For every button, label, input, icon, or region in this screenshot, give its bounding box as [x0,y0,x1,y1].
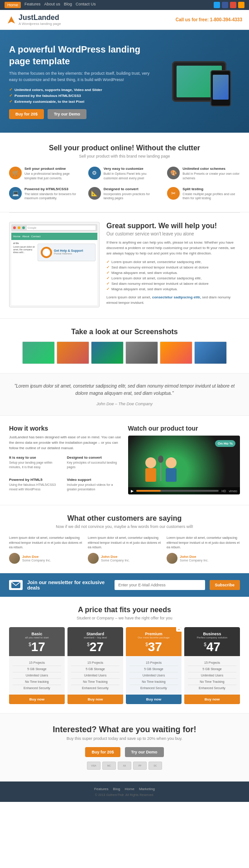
how-right: Watch our product tour On Ho % ▶ [128,425,240,496]
video-player[interactable]: On Ho % ▶ HD vimeo [128,436,240,494]
site-header: JustLanded A Wordpress landing page Call… [0,10,249,30]
phone-number: 1-800-394-4333 [210,17,242,22]
feature-basic-2: 5 GB Storage [13,666,61,672]
buy-premium-button[interactable]: Buy now [126,695,182,704]
sell-section: Sell your product online! Without the cl… [0,133,249,212]
social-icons [214,2,244,8]
browser-content: HomeAboutContact ct Us Lorem ipsum dolor… [11,233,97,305]
lifebuoy-icon [41,247,52,258]
reviewer-info-1: John Doe Some Company Inc. [22,555,51,562]
screenshot-4[interactable] [125,341,158,364]
nav-about[interactable]: About us [44,2,61,8]
screenshot-3[interactable] [91,341,124,364]
nav-features[interactable]: Features [24,2,41,8]
footer-link-blog[interactable]: Blog [113,787,120,791]
hero-title: A powerful WordPress landing page templa… [9,43,158,67]
avatar-img-3 [167,553,177,564]
hero-feature-3: Extremely customizable, to the last Pixe… [9,99,158,104]
cta-buy-button[interactable]: Buy for 20$ [85,747,120,757]
logo-subtitle: A Wordpress landing page [19,22,61,26]
buy-standard-button[interactable]: Buy now [67,695,123,704]
twitter-icon[interactable] [214,2,220,8]
testimonial-company: The Doe Company [119,402,153,406]
testimonial-card-3: Lorem ipsum dolor sit amet, consetetur s… [167,536,240,564]
plan-sub-basic: all you need to start [12,636,62,639]
nav-links: Home Features About us Blog Contact Us [5,2,96,8]
check-item-6: Magna aliquyam erat, sed diam voluptua. [106,287,240,291]
pricing-header-business: Business Perfect company solution $ 47 [184,627,240,656]
support-checklist: Lorem ipsum dolor sit amet, consectetur … [106,260,240,291]
how-title: How it works [9,425,121,432]
buy-button[interactable]: Buy for 20$ [9,109,44,119]
cta-buttons: Buy for 20$ Try our Demo [9,747,240,757]
testimonial-quote: "Lorem ipsum dolor sit amet, consetetur … [14,383,235,397]
check-item-3: Magna aliquyam erat, sed diam voluptua. [106,271,240,275]
feature-business-3: Unlimited Users [188,672,236,679]
plan-price-business: $ 47 [187,641,237,653]
feature-premium-5: Enhanced Security [129,685,178,691]
feature-text-4: Powered by HTML5/CSS3 The latest standar… [24,187,82,201]
reviewer-3: John Doe Some Company Inc. [167,553,240,564]
feature-premium-2: 5 GB Storage [129,666,178,672]
footer-link-home[interactable]: Home [125,787,134,791]
pricing-card-standard: Standard standard – big deal $ 27 15 Pro… [67,627,123,704]
pricing-card-business: Business Perfect company solution $ 47 1… [184,627,240,704]
footer-link-marketing[interactable]: Marketing [139,787,155,791]
plan-sub-standard: standard – big deal [70,636,120,639]
screenshot-6[interactable] [194,341,227,364]
mock-nav: HomeAboutContact [11,233,97,240]
pricing-section: A price that fits your needs Student or … [0,597,249,714]
premium-ribbon: ★ [176,627,182,632]
feature-item-2: ⚙ Very easy to customize Build in Option… [88,167,161,181]
cta-demo-button[interactable]: Try our Demo [125,747,164,757]
feature-icon-5: 📐 [88,187,101,200]
feature-standard-3: Unlimited Users [71,672,120,679]
nav-blog[interactable]: Blog [64,2,72,8]
screenshot-5[interactable] [160,341,192,364]
subscribe-button[interactable]: Subscribe [210,580,240,590]
rss-icon[interactable] [238,2,244,8]
check-item-1: Lorem ipsum dolor sit amet, consectetur … [106,260,240,264]
screenshot-2[interactable] [57,341,89,364]
facebook-icon[interactable] [222,2,228,8]
hd-label: HD [221,489,226,493]
svg-rect-4 [166,468,177,482]
avatar-2 [88,553,99,564]
on-air-badge: On Ho % [215,440,235,447]
svg-marker-0 [8,16,15,24]
cta-section: Interested? What are you waiting for! Bu… [0,714,249,782]
avatar-3 [167,553,177,564]
pricing-features-business: 15 Projects 5 GB Storage Unlimited Users… [184,656,240,695]
svg-point-6 [158,456,163,463]
nav-home[interactable]: Home [5,2,21,8]
customers-title: What other customers are saying [9,514,240,523]
progress-bar[interactable] [136,490,219,492]
demo-button[interactable]: Try our Demo [48,109,86,119]
how-feature-1: It is easy to use Setup your landing pag… [9,456,63,474]
how-description: JustLanded has been designed with ease o… [9,435,121,451]
hero-feature-2: Powered by the fabulous HTML5/CSS3 [9,93,158,98]
feature-basic-3: Unlimited Users [13,672,61,679]
play-icon[interactable]: ▶ [131,489,134,493]
hero-text: A powerful WordPress landing page templa… [9,43,158,119]
screenshot-1[interactable] [22,341,55,364]
header-phone: Call us for free: 1-800-394-4333 [176,17,242,22]
email-input[interactable] [115,580,205,590]
amex-icon: AX [118,762,131,770]
footer-link-features[interactable]: Features [94,787,109,791]
paypal-icon: PP [133,762,147,770]
hero-buttons: Buy for 20$ Try our Demo [9,109,158,119]
gplus-icon[interactable] [230,2,236,8]
buy-business-button[interactable]: Buy now [184,695,240,704]
feature-item-5: 📐 Designed to convert Incorporates prove… [88,187,161,201]
plan-name-standard: Standard [70,632,120,636]
pricing-features-standard: 15 Projects 5 GB Storage Unlimited Users… [67,656,123,695]
discover-icon: DC [148,762,162,770]
plan-price-premium: $ 37 [129,641,179,653]
amount-standard: 27 [90,641,104,653]
buy-basic-button[interactable]: Buy now [9,695,65,704]
feature-item-1: 🛒 Sell your product online Use a profess… [9,167,82,181]
amount-business: 47 [206,641,220,653]
hero-features: Unlimited colors, supports Image, Video … [9,87,158,104]
nav-contact[interactable]: Contact Us [76,2,96,8]
